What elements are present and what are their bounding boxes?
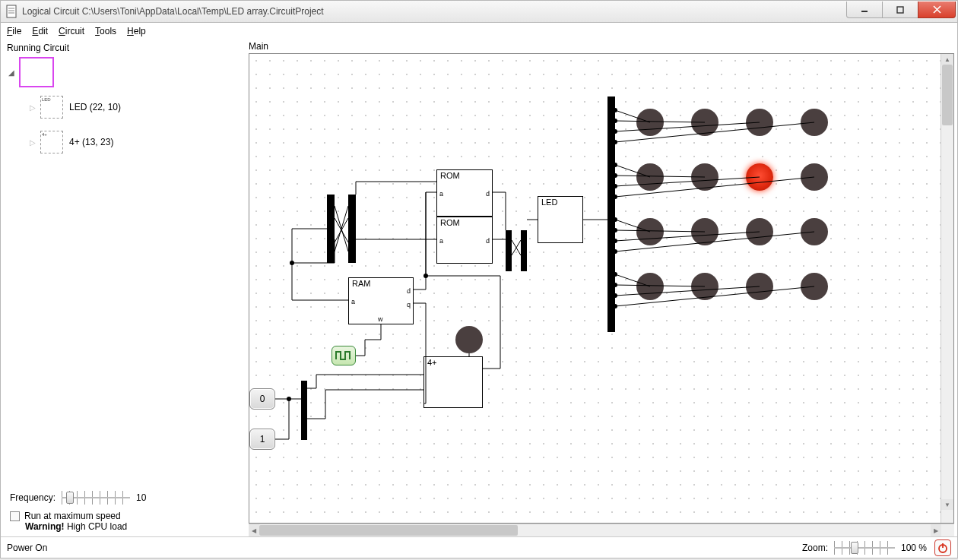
- expand-icon[interactable]: ▷: [28, 103, 37, 112]
- svg-line-8: [335, 206, 348, 252]
- svg-line-13: [512, 240, 521, 255]
- bus[interactable]: [521, 230, 527, 271]
- svg-line-9: [335, 206, 348, 252]
- led-indicator[interactable]: [636, 109, 664, 136]
- power-icon: [937, 543, 948, 553]
- power-button[interactable]: [934, 539, 951, 556]
- minimize-button[interactable]: [846, 2, 883, 18]
- tree-item-led[interactable]: ▷ LED LED (22, 10): [7, 90, 238, 125]
- led-indicator[interactable]: [746, 273, 773, 300]
- zoom-value: 100 %: [901, 543, 927, 553]
- frequency-value: 10: [136, 492, 146, 503]
- horizontal-scrollbar[interactable]: ◀ ▶: [249, 524, 941, 536]
- bus[interactable]: [506, 230, 512, 271]
- menu-help[interactable]: Help: [127, 26, 146, 36]
- frequency-label: Frequency:: [10, 492, 56, 503]
- led-indicator[interactable]: [801, 273, 828, 300]
- slider-thumb[interactable]: [66, 492, 74, 504]
- component-4plus[interactable]: 4+: [423, 356, 483, 408]
- component-rom1[interactable]: ROM a d: [436, 169, 493, 217]
- maximize-button[interactable]: [882, 2, 918, 18]
- bus[interactable]: [327, 195, 335, 263]
- led-indicator[interactable]: [801, 109, 828, 136]
- led-indicator[interactable]: [691, 273, 718, 300]
- svg-point-51: [290, 261, 294, 265]
- tree-item-label: 4+ (13, 23): [69, 137, 113, 147]
- svg-point-50: [287, 397, 291, 401]
- led-indicator[interactable]: [691, 163, 718, 191]
- menu-file[interactable]: File: [7, 26, 21, 36]
- led-indicator[interactable]: [801, 163, 828, 191]
- component-ram[interactable]: RAM a d q w: [348, 277, 414, 324]
- vertical-scrollbar[interactable]: ▲ ▼: [941, 54, 953, 523]
- menu-circuit[interactable]: Circuit: [59, 26, 84, 36]
- led-indicator-on[interactable]: [746, 163, 773, 191]
- led-indicator[interactable]: [691, 109, 718, 136]
- component-rom2[interactable]: ROM a d: [436, 217, 493, 264]
- thumbnail-main: [19, 57, 54, 87]
- scroll-up-icon[interactable]: ▲: [941, 54, 953, 65]
- bus[interactable]: [301, 381, 307, 440]
- window-title: Logical Circuit C:\Users\Toni\AppData\Lo…: [22, 6, 847, 17]
- wiring-overlay: [249, 54, 934, 479]
- input-button-1[interactable]: 1: [249, 429, 275, 450]
- power-status: Power On: [7, 543, 802, 553]
- slider-thumb[interactable]: [851, 542, 858, 554]
- input-button-0[interactable]: 0: [249, 388, 275, 410]
- thumbnail-4plus: 4+: [40, 131, 63, 153]
- scroll-down-icon[interactable]: ▼: [941, 499, 953, 510]
- component-clock[interactable]: [331, 346, 356, 365]
- scrollbar-corner: [941, 524, 954, 536]
- sidebar-title: Running Circuit: [7, 43, 238, 53]
- led-indicator[interactable]: [636, 163, 664, 191]
- scrollbar-thumb[interactable]: [942, 65, 953, 125]
- output-bus[interactable]: [607, 96, 615, 332]
- svg-rect-0: [7, 5, 16, 17]
- sidebar: Running Circuit ◢ ▷ LED LED (22, 10) ▷ 4…: [1, 40, 244, 536]
- window-controls: [847, 2, 956, 18]
- led-indicator[interactable]: [801, 218, 828, 245]
- scroll-left-icon[interactable]: ◀: [249, 524, 259, 536]
- svg-line-12: [512, 240, 521, 255]
- led-indicator[interactable]: [636, 218, 664, 245]
- circuit-canvas[interactable]: ROM a d ROM a d LED: [249, 54, 941, 523]
- led-indicator[interactable]: [746, 218, 773, 245]
- tree-item-label: LED (22, 10): [69, 102, 121, 112]
- svg-line-10: [335, 218, 348, 242]
- close-button[interactable]: [918, 2, 956, 18]
- status-bar: Power On Zoom: 100 %: [1, 536, 957, 558]
- max-speed-label: Run at maximum speed: [24, 511, 121, 521]
- menu-bar: File Edit Circuit Tools Help: [1, 23, 957, 40]
- expand-icon[interactable]: ▷: [28, 138, 37, 147]
- title-bar: Logical Circuit C:\Users\Toni\AppData\Lo…: [0, 0, 958, 23]
- menu-edit[interactable]: Edit: [32, 26, 48, 36]
- circuit-tree: ◢ ▷ LED LED (22, 10) ▷ 4+ 4+ (13, 23): [7, 55, 238, 486]
- max-speed-checkbox[interactable]: [10, 511, 20, 521]
- tree-item-root[interactable]: ◢: [7, 55, 238, 90]
- led-indicator[interactable]: [746, 109, 773, 136]
- sidebar-footer: Frequency: 10 Run at maximum speed Warni…: [7, 486, 238, 536]
- canvas-title: Main: [249, 41, 954, 52]
- led-indicator[interactable]: [691, 218, 718, 245]
- bus[interactable]: [348, 195, 356, 263]
- thumbnail-led: LED: [40, 96, 63, 119]
- app-icon: [5, 4, 17, 19]
- cpu-warning: Warning! High CPU load: [10, 521, 235, 532]
- canvas-viewport: ROM a d ROM a d LED: [249, 53, 954, 524]
- svg-rect-5: [897, 7, 903, 13]
- component-led[interactable]: LED: [538, 196, 583, 243]
- zoom-label: Zoom:: [802, 543, 828, 553]
- svg-line-11: [335, 218, 348, 242]
- tree-item-4plus[interactable]: ▷ 4+ 4+ (13, 23): [7, 125, 238, 160]
- scrollbar-thumb[interactable]: [259, 525, 518, 536]
- svg-point-52: [423, 274, 428, 278]
- led-indicator[interactable]: [455, 326, 483, 353]
- scroll-right-icon[interactable]: ▶: [931, 524, 941, 536]
- led-indicator[interactable]: [636, 273, 664, 300]
- expand-icon[interactable]: ◢: [7, 68, 16, 77]
- frequency-slider[interactable]: [62, 491, 130, 505]
- zoom-slider[interactable]: [834, 541, 895, 555]
- menu-tools[interactable]: Tools: [95, 26, 116, 36]
